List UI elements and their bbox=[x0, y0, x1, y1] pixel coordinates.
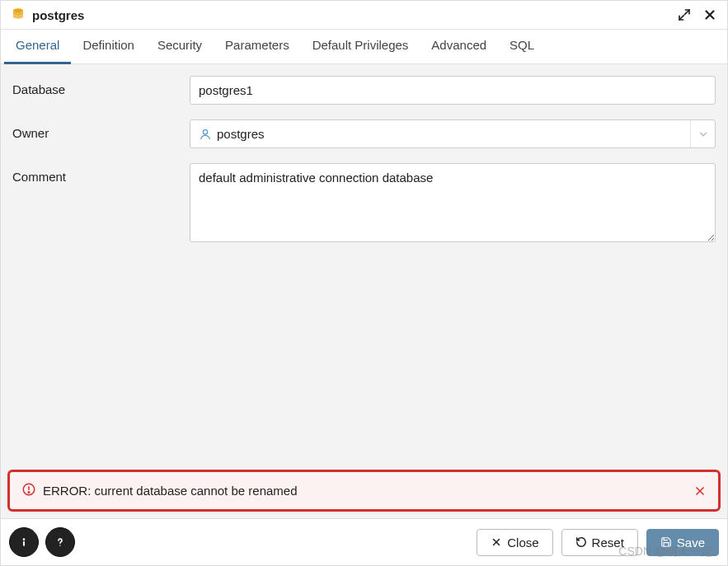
save-label: Save bbox=[677, 536, 705, 550]
error-alert: ERROR: current database cannot be rename… bbox=[7, 470, 721, 512]
tab-parameters[interactable]: Parameters bbox=[214, 30, 301, 64]
save-icon bbox=[660, 536, 672, 548]
close-button[interactable]: Close bbox=[477, 529, 552, 556]
tab-sql[interactable]: SQL bbox=[498, 30, 546, 64]
help-button[interactable] bbox=[45, 527, 75, 557]
tab-general[interactable]: General bbox=[4, 30, 71, 64]
alert-message: ERROR: current database cannot be rename… bbox=[43, 484, 298, 498]
database-icon bbox=[11, 7, 26, 22]
svg-point-1 bbox=[203, 129, 207, 133]
owner-value: postgres bbox=[217, 127, 265, 141]
user-icon bbox=[199, 128, 212, 141]
control-comment bbox=[190, 163, 716, 245]
label-database: Database bbox=[12, 76, 190, 96]
reset-label: Reset bbox=[592, 536, 624, 550]
tab-definition[interactable]: Definition bbox=[71, 30, 146, 64]
alert-left: ERROR: current database cannot be rename… bbox=[21, 482, 298, 499]
dialog-header: postgres bbox=[1, 1, 727, 30]
info-button[interactable] bbox=[9, 527, 39, 557]
alert-wrap: ERROR: current database cannot be rename… bbox=[1, 463, 727, 518]
label-owner: Owner bbox=[12, 119, 190, 140]
tab-default-privileges[interactable]: Default Privileges bbox=[301, 30, 420, 64]
x-icon bbox=[491, 536, 502, 548]
maximize-icon[interactable] bbox=[678, 8, 691, 21]
footer-right: Close Reset Save CSDN @明天一定. bbox=[477, 529, 719, 556]
control-database bbox=[190, 76, 716, 105]
control-owner: postgres bbox=[190, 119, 716, 148]
close-icon[interactable] bbox=[702, 7, 717, 22]
svg-point-5 bbox=[23, 538, 26, 540]
svg-point-0 bbox=[13, 8, 23, 12]
database-input[interactable] bbox=[190, 76, 716, 105]
footer-left bbox=[9, 527, 75, 557]
form-area: Database Owner postgres bbox=[1, 64, 727, 463]
dialog-footer: Close Reset Save CSDN @明天一定. bbox=[1, 518, 727, 565]
reset-button[interactable]: Reset bbox=[561, 529, 638, 556]
owner-select[interactable]: postgres bbox=[190, 119, 716, 148]
reset-icon bbox=[575, 536, 587, 548]
svg-rect-6 bbox=[23, 541, 25, 546]
dialog-title: postgres bbox=[32, 8, 84, 22]
close-label: Close bbox=[507, 536, 538, 550]
svg-point-7 bbox=[59, 545, 60, 545]
tabs: General Definition Security Parameters D… bbox=[1, 30, 727, 64]
save-button[interactable]: Save bbox=[646, 529, 719, 556]
chevron-down-icon bbox=[690, 120, 715, 147]
tab-security[interactable]: Security bbox=[146, 30, 214, 64]
row-comment: Comment bbox=[12, 163, 716, 245]
comment-textarea[interactable] bbox=[190, 163, 716, 242]
owner-select-content: postgres bbox=[190, 120, 690, 147]
label-comment: Comment bbox=[12, 163, 190, 184]
error-icon bbox=[21, 482, 36, 499]
row-database: Database bbox=[12, 76, 716, 105]
tab-advanced[interactable]: Advanced bbox=[420, 30, 498, 64]
row-owner: Owner postgres bbox=[12, 119, 716, 148]
alert-close-icon[interactable] bbox=[693, 484, 707, 498]
alert-inner: ERROR: current database cannot be rename… bbox=[12, 474, 716, 508]
dialog-title-wrap: postgres bbox=[11, 7, 84, 22]
header-actions bbox=[678, 7, 717, 22]
svg-point-4 bbox=[28, 492, 30, 493]
